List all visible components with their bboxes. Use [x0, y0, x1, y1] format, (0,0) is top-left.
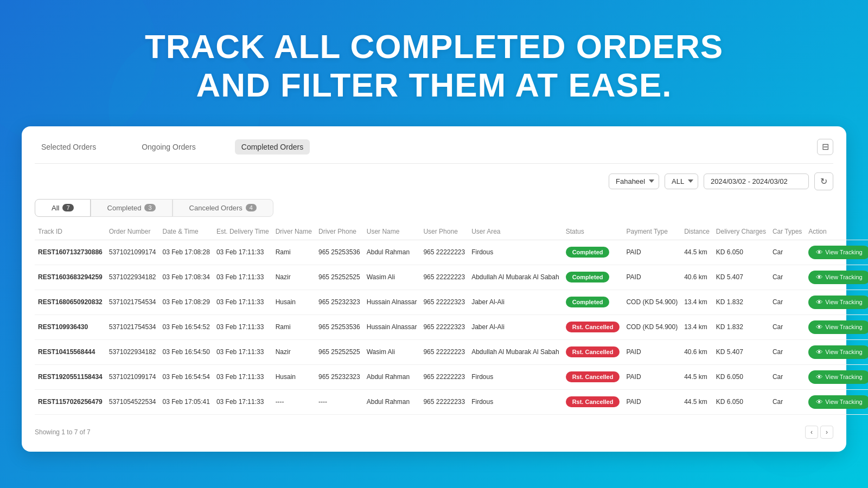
cell-driver-phone: ----	[315, 389, 363, 414]
col-date-time: Date & Time	[159, 223, 213, 240]
sub-tab-all-label: All	[52, 204, 59, 212]
view-tracking-button[interactable]: 👁 View Tracking	[808, 246, 868, 259]
cell-action: 👁 View Tracking	[805, 314, 868, 339]
date-range-input[interactable]	[704, 174, 809, 189]
cell-track-id: REST1603683294259	[35, 265, 106, 290]
cell-action: 👁 View Tracking	[805, 364, 868, 389]
cell-delivery-charges: KD 1.832	[713, 314, 769, 339]
cell-est-delivery: 03 Feb 17:11:33	[213, 364, 272, 389]
cell-action: 👁 View Tracking	[805, 339, 868, 364]
status-badge: Rst. Cancelled	[566, 322, 620, 332]
tab-ongoing-orders[interactable]: Ongoing Orders	[135, 139, 202, 155]
main-card: Selected Orders Ongoing Orders Completed…	[22, 126, 846, 452]
cell-action: 👁 View Tracking	[805, 265, 868, 290]
col-driver-name: Driver Name	[272, 223, 315, 240]
col-order-number: Order Number	[106, 223, 159, 240]
status-badge: Rst. Cancelled	[566, 346, 620, 357]
eye-icon: 👁	[816, 323, 823, 331]
sub-tab-all[interactable]: All 7	[35, 199, 91, 217]
view-tracking-button[interactable]: 👁 View Tracking	[808, 395, 868, 409]
filter-row: Fahaheel ALL ↻	[35, 172, 833, 190]
cell-user-area: Abdullah Al Mubarak Al Sabah	[468, 339, 562, 364]
cell-date-time: 03 Feb 17:08:29	[159, 290, 213, 314]
orders-table: Track ID Order Number Date & Time Est. D…	[35, 223, 868, 415]
prev-page-button[interactable]: ‹	[805, 426, 818, 439]
cell-driver-phone: 965 25252525	[315, 339, 363, 364]
sub-tab-cancelled[interactable]: Canceled Orders 4	[173, 199, 273, 217]
col-car-types: Car Types	[769, 223, 805, 240]
view-tracking-button[interactable]: 👁 View Tracking	[808, 320, 868, 334]
cell-order-number: 5371022934182	[106, 339, 159, 364]
col-driver-phone: Driver Phone	[315, 223, 363, 240]
cell-delivery-charges: KD 6.050	[713, 364, 769, 389]
area-filter[interactable]: Fahaheel	[609, 174, 659, 189]
cell-status: Rst. Cancelled	[563, 314, 623, 339]
table-row: REST1680650920832 5371021754534 03 Feb 1…	[35, 290, 868, 314]
status-badge: Completed	[566, 272, 610, 282]
cell-user-phone: 965 22222223	[420, 339, 468, 364]
cell-driver-phone: 965 25232323	[315, 290, 363, 314]
cell-user-area: Firdous	[468, 364, 562, 389]
cell-user-area: Firdous	[468, 389, 562, 414]
table-row: REST109936430 5371021754534 03 Feb 16:54…	[35, 314, 868, 339]
refresh-button[interactable]: ↻	[814, 172, 833, 190]
cell-user-name: Hussain Alnassar	[363, 290, 420, 314]
cell-car-types: Car	[769, 314, 805, 339]
cell-order-number: 5371054522534	[106, 389, 159, 414]
cell-driver-name: Rami	[272, 314, 315, 339]
table-header: Track ID Order Number Date & Time Est. D…	[35, 223, 868, 240]
cell-car-types: Car	[769, 339, 805, 364]
cell-action: 👁 View Tracking	[805, 389, 868, 414]
type-filter[interactable]: ALL	[665, 174, 698, 189]
cell-distance: 44.5 km	[681, 364, 713, 389]
cell-distance: 44.5 km	[681, 389, 713, 414]
table-row: REST1157026256479 5371054522534 03 Feb 1…	[35, 389, 868, 414]
cell-payment-type: PAID	[623, 339, 681, 364]
cell-user-name: Abdul Rahman	[363, 364, 420, 389]
status-badge: Completed	[566, 297, 610, 307]
export-icon[interactable]: ⊟	[817, 139, 833, 155]
tab-completed-orders[interactable]: Completed Orders	[235, 139, 310, 155]
cell-driver-name: ----	[272, 389, 315, 414]
table-row: REST1920551158434 5371021099174 03 Feb 1…	[35, 364, 868, 389]
sub-tab-all-count: 7	[62, 204, 73, 211]
cell-car-types: Car	[769, 265, 805, 290]
table-row: REST10415568444 5371022934182 03 Feb 16:…	[35, 339, 868, 364]
cell-order-number: 5371021754534	[106, 314, 159, 339]
table-row: REST1607132730886 5371021099174 03 Feb 1…	[35, 240, 868, 265]
col-delivery-charges: Delivery Charges	[713, 223, 769, 240]
cell-user-area: Firdous	[468, 240, 562, 265]
cell-delivery-charges: KD 1.832	[713, 290, 769, 314]
eye-icon: 👁	[816, 273, 823, 281]
tab-selected-orders[interactable]: Selected Orders	[35, 139, 103, 155]
cell-action: 👁 View Tracking	[805, 240, 868, 265]
cell-est-delivery: 03 Feb 17:11:33	[213, 240, 272, 265]
next-page-button[interactable]: ›	[820, 426, 833, 439]
view-tracking-button[interactable]: 👁 View Tracking	[808, 370, 868, 384]
view-tracking-button[interactable]: 👁 View Tracking	[808, 296, 868, 309]
cell-user-phone: 965 22222323	[420, 314, 468, 339]
cell-date-time: 03 Feb 17:08:28	[159, 240, 213, 265]
sub-tab-completed[interactable]: Completed 3	[91, 199, 173, 217]
cell-distance: 44.5 km	[681, 240, 713, 265]
sub-tabs: All 7 Completed 3 Canceled Orders 4	[35, 199, 833, 217]
view-tracking-button[interactable]: 👁 View Tracking	[808, 271, 868, 284]
cell-status: Rst. Cancelled	[563, 364, 623, 389]
sub-tab-completed-count: 3	[144, 204, 155, 211]
cell-user-phone: 965 22222223	[420, 265, 468, 290]
cell-user-phone: 965 22222223	[420, 364, 468, 389]
cell-user-name: Wasim Ali	[363, 339, 420, 364]
col-distance: Distance	[681, 223, 713, 240]
view-tracking-button[interactable]: 👁 View Tracking	[808, 345, 868, 359]
cell-payment-type: PAID	[623, 389, 681, 414]
cell-car-types: Car	[769, 364, 805, 389]
table-row: REST1603683294259 5371022934182 03 Feb 1…	[35, 265, 868, 290]
cell-track-id: REST1607132730886	[35, 240, 106, 265]
cell-distance: 13.4 km	[681, 290, 713, 314]
eye-icon: 👁	[816, 373, 823, 381]
cell-date-time: 03 Feb 16:54:54	[159, 364, 213, 389]
cell-driver-phone: 965 25252525	[315, 265, 363, 290]
cell-track-id: REST109936430	[35, 314, 106, 339]
cell-est-delivery: 03 Feb 17:11:33	[213, 389, 272, 414]
cell-user-name: Wasim Ali	[363, 265, 420, 290]
